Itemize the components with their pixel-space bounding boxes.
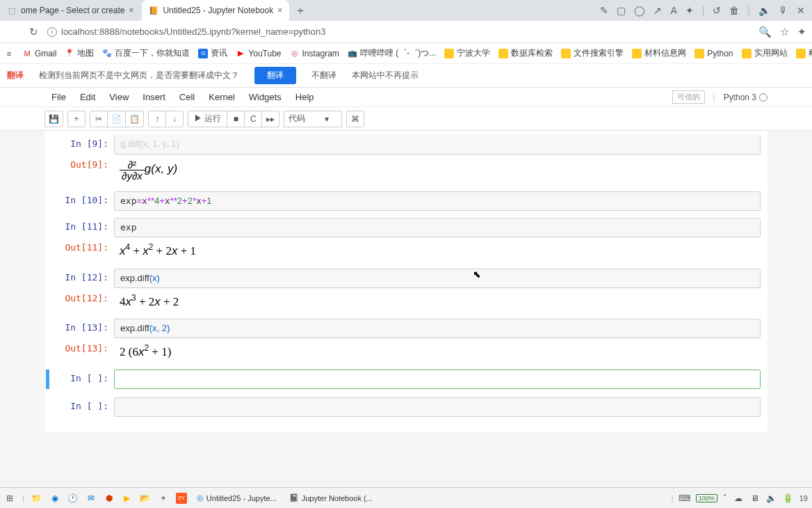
cloud-icon[interactable]: ☁ <box>733 493 744 504</box>
taskbar-item-jupyter[interactable]: ◎Untitled25 - Jupyte... <box>194 492 279 504</box>
bookmark-folder[interactable]: 科研知识 <box>796 47 812 59</box>
text-icon[interactable]: A <box>670 5 676 16</box>
in-prompt: In [11]: <box>51 218 114 237</box>
reload-button[interactable]: ↻ <box>26 26 40 38</box>
bookmark-bar: ≡ MGmail 📍地图 🐾百度一下，你就知道 G资讯 ▶YouTube ◎In… <box>0 43 812 64</box>
office-icon[interactable]: ⬢ <box>104 493 115 504</box>
menu-cell[interactable]: Cell <box>172 92 202 102</box>
menu-kernel[interactable]: Kernel <box>202 92 242 102</box>
close-icon[interactable]: × <box>277 6 282 15</box>
battery-indicator[interactable]: 100% <box>696 494 717 502</box>
out-prompt: Out[12]: <box>51 289 114 312</box>
restart-button[interactable]: C <box>244 111 262 127</box>
task-view-icon[interactable]: ⊞ <box>4 493 15 504</box>
trusted-indicator[interactable]: 可信的 <box>672 90 705 104</box>
save-button[interactable]: 💾 <box>44 111 63 127</box>
undo-icon[interactable]: ↺ <box>713 5 721 16</box>
code-input[interactable]: exp.diff(x, 2) <box>114 319 761 338</box>
edge-icon[interactable]: ◉ <box>49 493 60 504</box>
bookmark-baidu[interactable]: 🐾百度一下，你就知道 <box>102 47 190 59</box>
folder-icon[interactable]: 📁 <box>31 493 42 504</box>
in-prompt: In [ ]: <box>51 370 114 389</box>
menu-help[interactable]: Help <box>289 92 321 102</box>
run-all-button[interactable]: ▸▸ <box>261 111 279 127</box>
jupyter-icon: 📙 <box>149 6 159 15</box>
never-translate-button[interactable]: 本网站中不再提示 <box>352 70 419 81</box>
browser-tab-1[interactable]: ⬚ ome Page - Select or create × <box>0 0 140 21</box>
bookmark-folder[interactable]: Python <box>695 49 733 58</box>
bookmark-folder[interactable]: 数据库检索 <box>498 47 553 59</box>
menu-file[interactable]: File <box>44 92 73 102</box>
info-icon[interactable]: i <box>47 27 57 37</box>
copy-button[interactable]: 📄 <box>107 111 126 127</box>
clock-icon[interactable]: 🕐 <box>67 493 79 504</box>
translate-button[interactable]: 翻译 <box>254 67 296 84</box>
app-icon[interactable]: ✦ <box>158 493 169 504</box>
square-icon[interactable]: ▢ <box>617 5 626 16</box>
bookmark-folder[interactable]: 材料信息网 <box>632 47 686 59</box>
network-icon[interactable]: 🖥 <box>749 493 761 504</box>
browser-tab-2[interactable]: 📙 Untitled25 - Jupyter Notebook × <box>142 0 289 21</box>
menu-insert[interactable]: Insert <box>136 92 172 102</box>
run-button[interactable]: ▶ 运行 <box>188 111 227 127</box>
mic-icon[interactable]: 🎙 <box>779 5 788 16</box>
play-icon[interactable]: ▶ <box>122 493 133 504</box>
cut-button[interactable]: ✂ <box>90 111 108 127</box>
extensions-icon[interactable]: ✦ <box>797 26 806 38</box>
power-icon[interactable]: 🔋 <box>783 493 794 504</box>
bookmark-gmail[interactable]: MGmail <box>22 49 56 58</box>
bookmark-bilibili[interactable]: 📺哔哩哔哩 (゜-゜)つ... <box>348 47 436 59</box>
star-icon[interactable]: ☆ <box>780 26 789 38</box>
out-prompt: Out[13]: <box>51 340 114 363</box>
code-input[interactable] <box>114 397 761 417</box>
explorer-icon[interactable]: 📂 <box>140 493 151 504</box>
menu-view[interactable]: View <box>102 92 136 102</box>
celltype-select[interactable]: 代码 <box>284 111 342 127</box>
mail-icon[interactable]: ✉ <box>86 493 97 504</box>
jupyter-toolbar: 💾 ＋ ✂ 📄 📋 ↑ ↓ ▶ 运行 ■ C ▸▸ 代码 ⌘ <box>0 107 812 131</box>
notebook-area: In [9]: g.diff(x, 1, y, 1) Out[9]: ∂²∂y∂… <box>0 131 812 508</box>
popout-icon[interactable]: ↗ <box>653 5 662 16</box>
bookmark-youtube[interactable]: ▶YouTube <box>236 49 281 58</box>
code-input[interactable]: exp <box>114 218 761 237</box>
window-controls: ✎ ▢ ◯ ↗ A ✦ | ↺ 🗑 | 🔈 🎙 ✕ <box>593 5 812 16</box>
url-input[interactable]: i localhost:8888/notebooks/Untitled25.ip… <box>47 26 752 37</box>
circle-icon[interactable]: ◯ <box>634 5 645 16</box>
keyboard-icon[interactable]: ⌨ <box>679 493 690 504</box>
zoom-icon[interactable]: 🔍 <box>758 26 772 38</box>
zy-icon[interactable]: ZY <box>176 493 187 504</box>
windows-taskbar: ⊞ | 📁 ◉ 🕐 ✉ ⬢ ▶ 📂 ✦ ZY ◎Untitled25 - Jup… <box>0 487 812 508</box>
tray-chevron-icon[interactable]: ˄ <box>723 493 727 502</box>
move-up-button[interactable]: ↑ <box>148 111 166 127</box>
magic-icon[interactable]: ✦ <box>685 5 694 16</box>
command-palette-button[interactable]: ⌘ <box>346 111 364 127</box>
stop-button[interactable]: ■ <box>227 111 245 127</box>
move-down-button[interactable]: ↓ <box>165 111 184 127</box>
code-input[interactable]: exp=x**4+x**2+2*x+1 <box>114 191 761 211</box>
taskbar-item-notebook[interactable]: 📓Jupyter Notebook (... <box>286 492 375 504</box>
edit-icon[interactable]: ✎ <box>600 5 608 16</box>
bookmark-instagram[interactable]: ◎Instagram <box>290 49 339 58</box>
trash-icon[interactable]: 🗑 <box>729 5 739 16</box>
close-icon[interactable]: × <box>129 6 133 15</box>
kernel-indicator[interactable]: Python 3 <box>724 93 768 102</box>
bookmark-folder[interactable]: 实用网站 <box>742 47 788 59</box>
bookmark-maps[interactable]: 📍地图 <box>65 47 94 59</box>
apps-button[interactable]: ≡ <box>4 49 14 58</box>
code-input[interactable]: exp.diff(x) <box>114 269 761 288</box>
volume-icon[interactable]: 🔈 <box>766 493 777 504</box>
bookmark-news[interactable]: G资讯 <box>198 47 227 59</box>
code-input[interactable] <box>114 370 761 389</box>
menu-widgets[interactable]: Widgets <box>242 92 289 102</box>
sound-icon[interactable]: 🔈 <box>758 5 770 16</box>
code-input[interactable]: g.diff(x, 1, y, 1) <box>114 135 761 154</box>
clock[interactable]: 19 <box>799 494 808 502</box>
no-translate-button[interactable]: 不翻译 <box>311 70 336 81</box>
new-tab-button[interactable]: ＋ <box>291 3 310 18</box>
bookmark-folder[interactable]: 宁波大学 <box>444 47 490 59</box>
add-cell-button[interactable]: ＋ <box>67 111 86 127</box>
window-close-icon[interactable]: ✕ <box>797 5 805 16</box>
paste-button[interactable]: 📋 <box>125 111 144 127</box>
bookmark-folder[interactable]: 文件搜索引擎 <box>561 47 624 59</box>
menu-edit[interactable]: Edit <box>73 92 102 102</box>
